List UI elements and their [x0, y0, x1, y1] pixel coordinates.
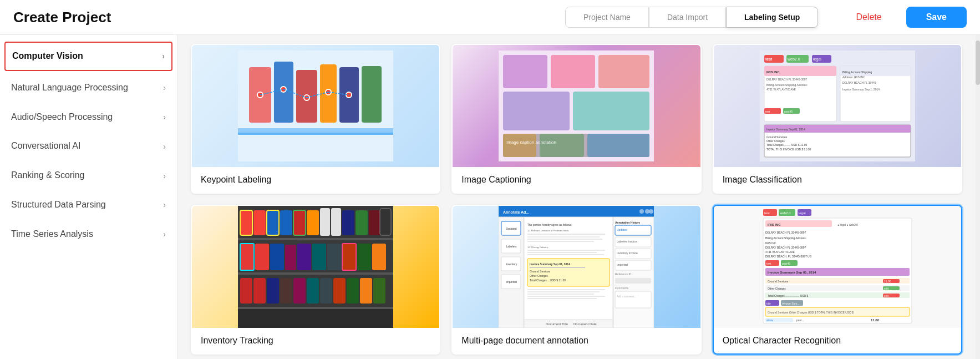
svg-rect-23: [573, 92, 649, 130]
svg-rect-68: [267, 210, 279, 235]
svg-rect-21: [598, 55, 649, 88]
svg-text:title: title: [766, 302, 771, 305]
svg-text:Annotation History: Annotation History: [615, 221, 640, 224]
svg-rect-93: [267, 278, 279, 304]
svg-rect-20: [551, 55, 595, 88]
svg-point-109: [649, 209, 653, 214]
scrollbar-thumb[interactable]: [976, 41, 980, 85]
svg-rect-63: [238, 272, 393, 275]
card-keypoint-labeling[interactable]: Keypoint Labeling: [191, 44, 440, 194]
svg-text:Other Charges: Other Charges: [530, 274, 548, 277]
svg-rect-70: [293, 210, 306, 235]
svg-text:IRIS INC: IRIS INC: [768, 223, 781, 226]
svg-text:Total Charges....USD $ 11.00: Total Charges....USD $ 11.00: [530, 279, 566, 282]
svg-text:Inventory Invoice: Inventory Invoice: [617, 251, 638, 255]
svg-text:Ground Services: Ground Services: [768, 280, 789, 283]
content-area: Keypoint Labeling: [177, 35, 976, 359]
svg-text:DELRAY BEACH, FL 33445-3897 US: DELRAY BEACH, FL 33445-3897 US: [765, 255, 812, 258]
scrollbar-track[interactable]: [976, 35, 980, 359]
sidebar-item-time-series[interactable]: Time Series Analysis ›: [0, 220, 177, 249]
sidebar-item-ranking-scoring[interactable]: Ranking & Scoring ›: [0, 161, 177, 190]
svg-rect-77: [380, 209, 391, 235]
save-button[interactable]: Save: [906, 7, 967, 28]
card-label-captioning: Image Captioning: [453, 167, 700, 193]
svg-text:text: text: [765, 110, 770, 113]
card-image-captioning-img: Image caption annotation: [453, 45, 700, 167]
svg-text:web2.0: web2.0: [779, 211, 791, 215]
svg-rect-123: [527, 236, 600, 237]
svg-rect-73: [331, 208, 341, 236]
delete-button[interactable]: Delete: [840, 7, 897, 28]
svg-rect-17: [238, 133, 393, 135]
card-ocr[interactable]: test web2.0 legal IRIS INC ● legal ● web…: [713, 205, 962, 355]
svg-rect-76: [369, 210, 381, 235]
svg-text:Billing Account Shipping: Billing Account Shipping: [842, 70, 872, 74]
svg-text:Updated: Updated: [617, 228, 627, 231]
svg-rect-94: [280, 278, 292, 304]
svg-rect-92: [253, 278, 266, 304]
svg-text:Billing Account Shipping Addre: Billing Account Shipping Address:: [766, 83, 808, 87]
card-image-captioning[interactable]: Image caption annotation Image Captionin…: [451, 44, 701, 194]
svg-text:post...: post...: [796, 318, 804, 322]
chevron-right-icon: ›: [163, 113, 166, 122]
svg-text:test: test: [765, 57, 773, 61]
svg-rect-137: [527, 291, 600, 292]
svg-text:Invoice Sum...: Invoice Sum...: [782, 302, 800, 305]
svg-point-108: [645, 209, 649, 214]
svg-rect-81: [240, 244, 254, 270]
svg-rect-96: [307, 278, 319, 304]
step-data-import[interactable]: Data Import: [649, 7, 726, 28]
svg-rect-61: [238, 238, 393, 240]
svg-rect-139: [527, 296, 605, 297]
chevron-right-icon: ›: [163, 230, 166, 239]
svg-text:web2.0: web2.0: [787, 57, 800, 61]
card-image-ocr: test web2.0 legal IRIS INC ● legal ● web…: [714, 206, 961, 328]
svg-text:legal: legal: [813, 57, 821, 62]
svg-text:Imported: Imported: [617, 263, 628, 266]
svg-rect-127: [527, 250, 605, 251]
card-label-ocr: Optical Character Recognition: [714, 328, 961, 353]
svg-rect-72: [320, 208, 330, 236]
card-label-classification: Image Classification: [714, 167, 961, 193]
svg-rect-83: [270, 244, 284, 270]
page-title: Create Project: [13, 9, 111, 26]
card-multipage[interactable]: Annotate Ad... Updated Labelers Inven: [451, 205, 701, 355]
svg-rect-157: [615, 291, 651, 308]
sidebar-item-computer-vision[interactable]: Computer Vision ›: [4, 42, 172, 71]
sidebar-item-audio-speech[interactable]: Audio/Speech Processing ›: [0, 103, 177, 132]
svg-rect-100: [360, 278, 372, 304]
svg-text:post45: post45: [782, 262, 790, 265]
svg-text:IRIS INC: IRIS INC: [766, 70, 780, 74]
svg-text:Ground Services  Other Charges: Ground Services Other Charges USD $ TOTA…: [768, 311, 854, 314]
svg-rect-86: [312, 244, 326, 270]
sidebar-item-structured-data[interactable]: Structured Data Parsing ›: [0, 190, 177, 220]
svg-text:DELRAY BEACH FL 33445-3897: DELRAY BEACH FL 33445-3897: [765, 231, 806, 234]
svg-rect-71: [307, 210, 319, 235]
card-image-classification[interactable]: test web2.0 legal IRIS INC DELRAY BEACH …: [713, 44, 962, 194]
card-image-inventory: [192, 206, 439, 328]
sidebar-item-nlp[interactable]: Natural Language Processing ›: [0, 73, 177, 103]
svg-text:Address: IRIS INC: Address: IRIS INC: [842, 75, 865, 79]
svg-rect-124: [527, 239, 602, 240]
svg-text:Labelers: Labelers: [506, 245, 517, 248]
svg-rect-82: [255, 244, 269, 270]
svg-text:Annotate Ad...: Annotate Ad...: [503, 210, 529, 214]
svg-text:Other Charges: Other Charges: [768, 287, 786, 290]
sidebar-item-conversational-ai[interactable]: Conversational AI ›: [0, 132, 177, 161]
svg-rect-87: [327, 244, 341, 270]
svg-text:DELRAY BEACH FL 33445: DELRAY BEACH FL 33445: [842, 81, 876, 84]
chevron-right-icon: ›: [163, 142, 166, 151]
step-labeling-setup[interactable]: Labeling Setup: [726, 7, 818, 28]
svg-rect-98: [333, 278, 346, 304]
svg-text:Image caption annotation: Image caption annotation: [506, 140, 556, 145]
step-project-name[interactable]: Project Name: [565, 7, 649, 28]
svg-rect-140: [527, 298, 597, 299]
card-inventory-tracking[interactable]: Inventory Tracking: [191, 205, 440, 355]
svg-text:Invoice Summary Sep 01, 2014: Invoice Summary Sep 01, 2014: [766, 128, 805, 131]
svg-text:Updated: Updated: [506, 227, 517, 230]
svg-text:edit: edit: [884, 294, 889, 297]
svg-text:Add a comment...: Add a comment...: [617, 295, 636, 298]
svg-text:● legal ● web2.0: ● legal ● web2.0: [837, 223, 858, 226]
svg-text:edit: edit: [884, 287, 889, 290]
card-image-keypoint: [192, 45, 439, 167]
